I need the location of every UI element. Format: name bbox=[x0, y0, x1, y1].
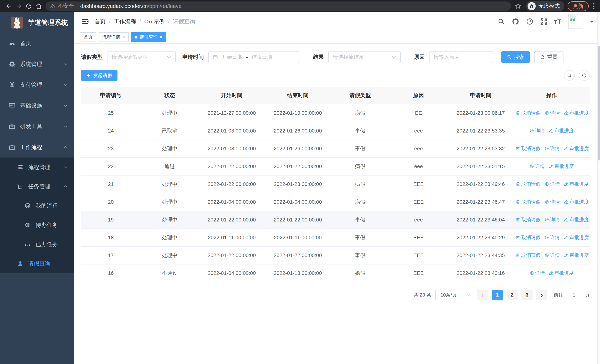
approval-progress-link[interactable]: 审批进度 bbox=[564, 110, 589, 116]
prev-page-button[interactable]: ‹ bbox=[477, 290, 488, 300]
table-search-toggle-button[interactable] bbox=[564, 70, 575, 81]
page-button-1[interactable]: 1 bbox=[492, 290, 503, 300]
sidebar-item-my-process[interactable]: 我的流程 bbox=[0, 196, 74, 215]
avatar[interactable] bbox=[568, 14, 583, 29]
detail-link[interactable]: 详情 bbox=[544, 216, 560, 223]
create-leave-button[interactable]: 发起请假 bbox=[81, 70, 117, 81]
cell-apply-time: 2022-01-22 23:45:29 bbox=[448, 229, 514, 246]
approval-progress-link[interactable]: 审批进度 bbox=[549, 128, 574, 134]
cell-end-time: 2022-01-13 00:00:00 bbox=[265, 264, 331, 282]
cell-apply-time: 2022-01-22 23:44:35 bbox=[448, 246, 514, 264]
approval-progress-link[interactable]: 审批进度 bbox=[564, 181, 589, 187]
hamburger-icon[interactable] bbox=[80, 17, 90, 26]
search-button[interactable]: 搜索 bbox=[501, 51, 530, 63]
sidebar-item-devtools[interactable]: 研发工具 bbox=[0, 116, 74, 137]
detail-link[interactable]: 详情 bbox=[544, 199, 560, 205]
scrollbar-track[interactable] bbox=[597, 12, 600, 364]
approval-progress-link[interactable]: 审批进度 bbox=[564, 252, 589, 259]
approval-progress-link[interactable]: 审批进度 bbox=[564, 234, 589, 241]
cancel-leave-link[interactable]: 取消请假 bbox=[516, 234, 541, 241]
close-icon[interactable]: × bbox=[122, 35, 125, 39]
close-icon[interactable]: × bbox=[160, 35, 162, 39]
fullscreen-icon[interactable] bbox=[540, 18, 548, 25]
tab-leave-query[interactable]: 请假查询 × bbox=[131, 32, 166, 42]
detail-link[interactable]: 详情 bbox=[530, 128, 545, 134]
sidebar-item-payment[interactable]: ¥ 支付管理 bbox=[0, 75, 74, 95]
cell-end-time: 2022-01-26 00:00:00 bbox=[265, 122, 331, 140]
browser-forward-button[interactable] bbox=[14, 1, 24, 11]
table-refresh-button[interactable] bbox=[579, 70, 590, 81]
tag-bar: 首页 流程详情 × 请假查询 × bbox=[74, 31, 600, 44]
detail-link[interactable]: 详情 bbox=[544, 145, 560, 152]
cancel-leave-link[interactable]: 取消请假 bbox=[516, 199, 541, 205]
font-size-icon[interactable]: тT bbox=[554, 18, 562, 25]
approval-progress-link[interactable]: 审批进度 bbox=[564, 216, 589, 223]
browser-reload-button[interactable] bbox=[24, 1, 34, 11]
cell-leave-type: 婚假 bbox=[331, 264, 389, 282]
help-icon[interactable] bbox=[526, 18, 534, 25]
breadcrumb-item[interactable]: OA 示例 bbox=[144, 18, 165, 25]
sidebar-item-workflow[interactable]: 工作流程 bbox=[0, 137, 74, 158]
tab-process-detail[interactable]: 流程详情 × bbox=[99, 32, 129, 42]
cell-apply-id: 24 bbox=[81, 122, 141, 140]
tab-home[interactable]: 首页 bbox=[80, 32, 96, 42]
browser-home-button[interactable] bbox=[34, 1, 44, 11]
chevron-down-icon bbox=[167, 56, 171, 58]
browser-back-button[interactable] bbox=[4, 1, 14, 11]
cell-start-time: 2022-01-22 00:00:00 bbox=[199, 158, 265, 175]
bookmark-star-button[interactable] bbox=[514, 3, 523, 9]
breadcrumb-item[interactable]: 工作流程 bbox=[114, 18, 136, 25]
sidebar-item-infrastructure[interactable]: 基础设施 bbox=[0, 95, 74, 116]
detail-icon bbox=[544, 200, 549, 204]
apply-time-range-picker[interactable]: 开始日期 - 结束日期 bbox=[208, 51, 299, 63]
star-icon bbox=[515, 3, 521, 9]
approval-progress-link[interactable]: 审批进度 bbox=[564, 199, 589, 205]
sidebar-item-leave-query[interactable]: 请假查询 bbox=[0, 254, 74, 273]
approval-progress-link[interactable]: 审批进度 bbox=[549, 270, 574, 276]
sidebar-item-home[interactable]: 首页 bbox=[0, 33, 74, 54]
sidebar-item-process-management[interactable]: 流程管理 bbox=[0, 158, 74, 177]
detail-icon bbox=[530, 164, 534, 168]
reset-button[interactable]: 重置 bbox=[534, 51, 563, 63]
browser-update-button[interactable]: 更新 bbox=[568, 1, 589, 11]
reload-icon bbox=[25, 3, 32, 9]
cancel-leave-link[interactable]: 取消请假 bbox=[516, 181, 541, 187]
sidebar-item-system[interactable]: 系统管理 bbox=[0, 54, 74, 75]
approval-progress-link[interactable]: 审批进度 bbox=[549, 163, 574, 169]
search-icon bbox=[567, 73, 572, 78]
browser-menu-icon[interactable] bbox=[591, 3, 596, 9]
scrollbar-thumb[interactable] bbox=[598, 46, 600, 160]
page-size-select[interactable]: 10条/页 bbox=[435, 290, 473, 300]
detail-link[interactable]: 详情 bbox=[544, 234, 560, 241]
detail-link[interactable]: 详情 bbox=[544, 252, 560, 259]
github-icon[interactable] bbox=[512, 18, 519, 25]
address-bar[interactable]: 不安全 dashboard.yudao.iocoder.cn /bpm/oa/l… bbox=[46, 1, 511, 11]
cell-apply-id: 21 bbox=[81, 175, 141, 193]
incognito-icon bbox=[527, 2, 536, 10]
progress-icon bbox=[564, 217, 568, 222]
next-page-button[interactable]: › bbox=[536, 290, 547, 300]
search-icon[interactable] bbox=[497, 18, 505, 25]
leave-type-select[interactable]: 请选择请假类型 bbox=[107, 51, 176, 63]
reason-input[interactable] bbox=[429, 51, 493, 63]
sidebar-item-task-management[interactable]: 任务管理 bbox=[0, 177, 74, 196]
cell-end-time: 2022-01-22 00:00:00 bbox=[265, 246, 331, 264]
page-button-3[interactable]: 3 bbox=[521, 290, 533, 300]
detail-link[interactable]: 详情 bbox=[530, 163, 545, 169]
cancel-leave-link[interactable]: 取消请假 bbox=[516, 216, 541, 223]
detail-link[interactable]: 详情 bbox=[544, 181, 560, 187]
chevron-down-icon bbox=[63, 166, 68, 168]
result-select[interactable]: 请选择流结果 bbox=[328, 51, 401, 63]
detail-link[interactable]: 详情 bbox=[544, 110, 560, 116]
approval-progress-link[interactable]: 审批进度 bbox=[564, 145, 589, 152]
cell-apply-time: 2022-01-22 23:53:32 bbox=[448, 140, 514, 158]
cancel-leave-link[interactable]: 取消请假 bbox=[516, 145, 541, 152]
detail-link[interactable]: 详情 bbox=[530, 270, 545, 276]
cancel-leave-link[interactable]: 取消请假 bbox=[516, 252, 541, 259]
page-button-2[interactable]: 2 bbox=[506, 290, 518, 300]
breadcrumb-item[interactable]: 首页 bbox=[94, 18, 106, 25]
cancel-leave-link[interactable]: 取消请假 bbox=[516, 110, 541, 116]
sidebar-item-todo-tasks[interactable]: 待办任务 bbox=[0, 215, 74, 235]
goto-page-input[interactable] bbox=[566, 290, 582, 300]
sidebar-item-done-tasks[interactable]: 已办任务 bbox=[0, 235, 74, 254]
